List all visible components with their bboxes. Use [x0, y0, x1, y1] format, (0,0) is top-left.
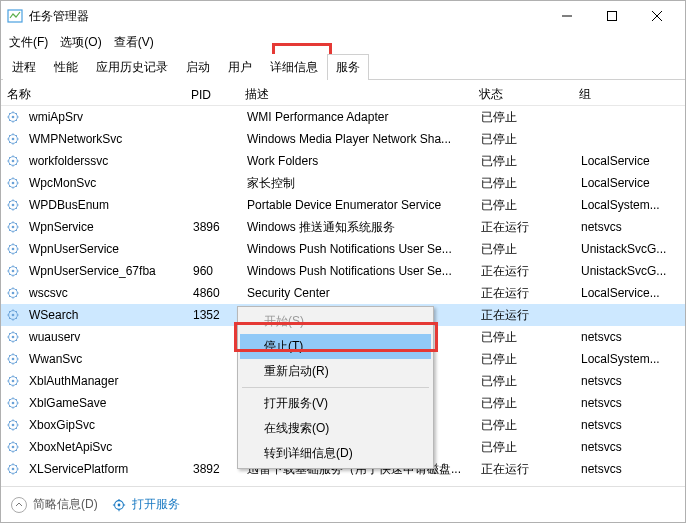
cell-desc: Windows Push Notifications User Se... [241, 262, 475, 280]
chevron-up-icon [11, 497, 27, 513]
service-icon [5, 197, 21, 213]
table-row[interactable]: workfolderssvcWork Folders已停止LocalServic… [1, 150, 685, 172]
service-icon [5, 285, 21, 301]
svg-line-112 [16, 340, 17, 341]
svg-line-152 [16, 428, 17, 429]
table-row[interactable]: WpcMonSvc家长控制已停止LocalService [1, 172, 685, 194]
table-row[interactable]: WpnUserService_67fba960Windows Push Noti… [1, 260, 685, 282]
table-row[interactable]: WMPNetworkSvcWindows Media Player Networ… [1, 128, 685, 150]
service-icon [5, 461, 21, 477]
tab-4[interactable]: 用户 [219, 54, 261, 80]
cell-name: workfolderssvc [23, 152, 187, 170]
table-row[interactable]: WpnUserServiceWindows Push Notifications… [1, 238, 685, 260]
cell-desc: Work Folders [241, 152, 475, 170]
cell-group: netsvcs [575, 394, 685, 412]
svg-point-76 [12, 270, 15, 273]
svg-line-14 [9, 120, 10, 121]
tab-2[interactable]: 应用历史记录 [87, 54, 177, 80]
menu-options[interactable]: 选项(O) [54, 32, 107, 53]
svg-line-131 [9, 377, 10, 378]
tab-6[interactable]: 服务 [327, 54, 369, 80]
svg-line-164 [9, 450, 10, 451]
menu-view[interactable]: 查看(V) [108, 32, 160, 53]
svg-line-81 [9, 267, 10, 268]
svg-line-94 [9, 296, 10, 297]
cell-group: netsvcs [575, 460, 685, 478]
table-row[interactable]: WpnService3896Windows 推送通知系统服务正在运行netsvc… [1, 216, 685, 238]
table-row[interactable]: WPDBusEnumPortable Device Enumerator Ser… [1, 194, 685, 216]
svg-point-16 [12, 138, 15, 141]
cell-group: netsvcs [575, 218, 685, 236]
app-icon [7, 8, 23, 24]
cell-desc: Windows Push Notifications User Se... [241, 240, 475, 258]
svg-line-173 [16, 465, 17, 466]
svg-line-63 [16, 223, 17, 224]
cell-desc: WMI Performance Adapter [241, 108, 475, 126]
close-button[interactable] [634, 1, 679, 31]
cell-name: WwanSvc [23, 350, 187, 368]
cell-desc: Windows 推送通知系统服务 [241, 217, 475, 238]
cell-pid: 3892 [187, 460, 241, 478]
brief-info-button[interactable]: 简略信息(D) [11, 496, 98, 513]
svg-line-22 [16, 142, 17, 143]
cell-group: netsvcs [575, 372, 685, 390]
maximize-button[interactable] [589, 1, 634, 31]
titlebar: 任务管理器 [1, 1, 685, 31]
svg-line-172 [16, 472, 17, 473]
cell-status: 已停止 [475, 437, 575, 458]
cell-name: XblGameSave [23, 394, 187, 412]
ctx-search-online[interactable]: 在线搜索(O) [240, 416, 431, 441]
cell-status: 正在运行 [475, 459, 575, 480]
cell-status: 已停止 [475, 327, 575, 348]
cell-status: 正在运行 [475, 305, 575, 326]
ctx-stop[interactable]: 停止(T) [240, 334, 431, 359]
cell-status: 正在运行 [475, 217, 575, 238]
svg-line-33 [16, 157, 17, 158]
col-name[interactable]: 名称 [1, 84, 185, 105]
service-icon [5, 153, 21, 169]
svg-line-141 [9, 399, 10, 400]
table-row[interactable]: wscsvc4860Security Center正在运行LocalServic… [1, 282, 685, 304]
tab-3[interactable]: 启动 [177, 54, 219, 80]
cell-pid [187, 159, 241, 163]
menu-file[interactable]: 文件(F) [3, 32, 54, 53]
cell-group: LocalService [575, 174, 685, 192]
svg-line-143 [16, 399, 17, 400]
svg-line-32 [16, 164, 17, 165]
minimize-button[interactable] [544, 1, 589, 31]
svg-point-156 [12, 446, 15, 449]
cell-group: LocalService [575, 152, 685, 170]
tab-0[interactable]: 进程 [3, 54, 45, 80]
svg-point-36 [12, 182, 15, 185]
ctx-start: 开始(S) [240, 309, 431, 334]
table-row[interactable]: wmiApSrvWMI Performance Adapter已停止 [1, 106, 685, 128]
cell-pid: 1352 [187, 306, 241, 324]
cell-group: LocalService... [575, 284, 685, 302]
svg-point-126 [12, 380, 15, 383]
cell-pid: 3896 [187, 218, 241, 236]
open-services-button[interactable]: 打开服务 [112, 496, 180, 513]
gear-icon [112, 498, 126, 512]
svg-line-71 [9, 245, 10, 246]
cell-name: WSearch [23, 306, 187, 324]
svg-line-92 [16, 296, 17, 297]
service-icon [5, 395, 21, 411]
cell-group: LocalSystem... [575, 196, 685, 214]
cell-name: wmiApSrv [23, 108, 187, 126]
cell-status: 已停止 [475, 107, 575, 128]
ctx-separator [242, 387, 429, 388]
col-desc[interactable]: 描述 [239, 84, 473, 105]
col-group[interactable]: 组 [573, 84, 685, 105]
cell-status: 已停止 [475, 239, 575, 260]
col-pid[interactable]: PID [185, 86, 239, 104]
tab-5[interactable]: 详细信息 [261, 54, 327, 80]
cell-name: WpnUserService [23, 240, 187, 258]
svg-line-162 [16, 450, 17, 451]
tab-1[interactable]: 性能 [45, 54, 87, 80]
ctx-open-services[interactable]: 打开服务(V) [240, 391, 431, 416]
ctx-go-to-details[interactable]: 转到详细信息(D) [240, 441, 431, 466]
cell-pid [187, 357, 241, 361]
col-status[interactable]: 状态 [473, 84, 573, 105]
ctx-restart[interactable]: 重新启动(R) [240, 359, 431, 384]
cell-group: LocalSystem... [575, 350, 685, 368]
